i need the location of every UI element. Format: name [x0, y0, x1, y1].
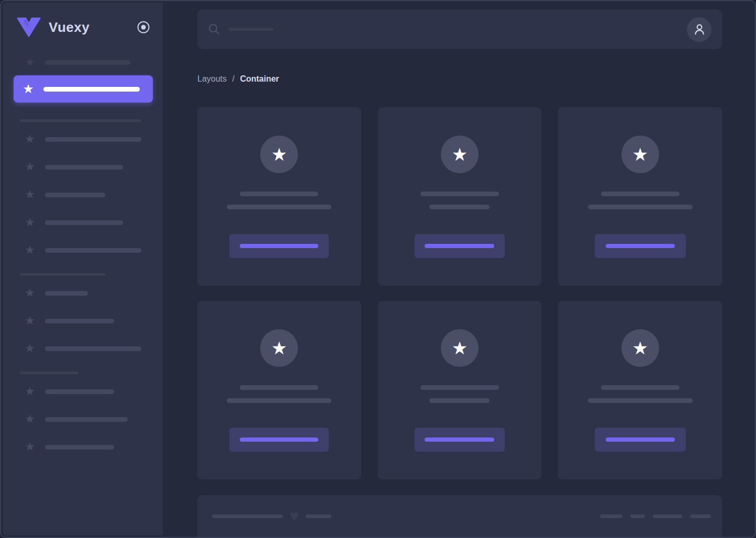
skeleton-title-bar	[601, 385, 680, 390]
footer-link-bar[interactable]	[630, 514, 645, 518]
feature-card: ★	[197, 107, 361, 286]
skeleton-text-bar	[45, 193, 105, 197]
card-action-button[interactable]	[229, 428, 329, 452]
star-icon: ★	[271, 339, 287, 357]
star-icon: ★	[452, 145, 468, 163]
star-icon: ★	[22, 83, 35, 95]
card-badge: ★	[441, 136, 479, 173]
skeleton-subtitle-bar	[588, 398, 693, 403]
sidebar-item[interactable]: ★	[24, 216, 151, 229]
button-label-bar	[606, 438, 675, 442]
star-icon: ★	[632, 339, 648, 357]
sidebar-section-divider	[20, 273, 105, 276]
card-grid: ★★★★★★	[197, 107, 722, 479]
star-icon: ★	[24, 244, 36, 256]
sidebar-item[interactable]: ★	[24, 133, 151, 145]
star-icon: ★	[24, 133, 36, 145]
footer-link-bar[interactable]	[653, 514, 682, 518]
sidebar-item-active[interactable]: ★	[14, 75, 153, 103]
button-label-bar	[240, 438, 318, 442]
breadcrumb-current: Container	[240, 74, 279, 83]
footer-skeleton-bar	[212, 514, 283, 518]
star-icon: ★	[24, 385, 36, 398]
sidebar-pin-toggle[interactable]	[137, 20, 150, 34]
skeleton-title-bar	[240, 385, 318, 390]
sidebar-item[interactable]: ★	[24, 385, 151, 398]
star-icon: ★	[24, 342, 36, 355]
sidebar-item[interactable]: ★	[24, 315, 151, 327]
breadcrumb-link-layouts[interactable]: Layouts	[197, 74, 227, 83]
sidebar-section-divider	[20, 119, 141, 122]
sidebar-item[interactable]: ★	[24, 342, 151, 355]
button-label-bar	[425, 438, 494, 442]
heart-icon: ♥	[290, 508, 299, 524]
card-badge: ★	[441, 329, 479, 367]
skeleton-title-bar	[240, 192, 318, 196]
skeleton-title-bar	[420, 385, 499, 390]
skeleton-text-bar	[45, 445, 114, 450]
sidebar-item[interactable]: ★	[24, 441, 151, 453]
sidebar-item[interactable]: ★	[24, 56, 151, 69]
card-action-button[interactable]	[415, 234, 505, 258]
star-icon: ★	[24, 441, 36, 453]
user-icon	[693, 23, 706, 36]
sidebar-item[interactable]: ★	[24, 413, 151, 425]
app-window: Vuexy ★★★★★★★★★★★★★	[0, 0, 756, 538]
sidebar-item[interactable]: ★	[24, 161, 151, 173]
skeleton-text-bar	[45, 137, 141, 142]
search-input[interactable]	[208, 9, 687, 49]
sidebar-header: Vuexy	[3, 3, 163, 37]
sidebar-item[interactable]: ★	[24, 287, 151, 299]
star-icon: ★	[452, 339, 468, 357]
star-icon: ★	[24, 56, 36, 69]
star-icon: ★	[271, 145, 287, 163]
skeleton-text-bar	[45, 389, 114, 394]
sidebar-item[interactable]: ★	[24, 188, 151, 201]
sidebar-section-divider	[20, 372, 79, 374]
footer-link-bar[interactable]	[690, 514, 711, 518]
feature-card: ★	[558, 301, 722, 479]
star-icon: ★	[24, 188, 36, 201]
search-placeholder-bar	[229, 28, 273, 31]
star-icon: ★	[24, 287, 36, 299]
skeleton-text-bar	[45, 220, 123, 225]
skeleton-text-bar	[45, 60, 130, 65]
star-icon: ★	[24, 315, 36, 327]
card-badge: ★	[621, 136, 659, 173]
brand-logo-icon[interactable]	[17, 17, 41, 37]
top-navbar	[197, 9, 722, 49]
main-content: Layouts / Container ★★★★★★ ♥	[163, 3, 753, 535]
skeleton-title-bar	[601, 192, 680, 196]
sidebar-nav: ★★★★★★★★★★★★★	[3, 56, 163, 453]
skeleton-text-bar	[45, 248, 141, 253]
button-label-bar	[606, 244, 675, 248]
feature-card: ★	[378, 301, 542, 479]
card-action-button[interactable]	[415, 428, 505, 452]
card-badge: ★	[260, 329, 298, 367]
skeleton-text-bar	[45, 319, 114, 323]
star-icon: ★	[24, 413, 36, 425]
skeleton-subtitle-bar	[227, 398, 331, 403]
skeleton-subtitle-bar	[227, 205, 331, 209]
button-label-bar	[240, 244, 318, 248]
footer-links-group	[600, 514, 711, 518]
card-action-button[interactable]	[595, 234, 686, 258]
search-icon	[208, 23, 220, 36]
skeleton-subtitle-bar	[588, 205, 693, 209]
feature-card: ★	[558, 107, 722, 286]
skeleton-title-bar	[420, 192, 499, 196]
user-avatar-button[interactable]	[687, 17, 711, 42]
card-action-button[interactable]	[229, 234, 329, 258]
card-badge: ★	[260, 136, 298, 173]
sidebar: Vuexy ★★★★★★★★★★★★★	[3, 3, 163, 535]
footer-skeleton-bar	[306, 514, 331, 518]
feature-card: ★	[197, 301, 361, 479]
skeleton-text-bar	[43, 87, 140, 92]
sidebar-item[interactable]: ★	[24, 244, 151, 256]
skeleton-subtitle-bar	[429, 205, 490, 209]
skeleton-text-bar	[45, 291, 88, 296]
card-action-button[interactable]	[595, 428, 686, 452]
footer-link-bar[interactable]	[600, 514, 622, 518]
skeleton-text-bar	[45, 417, 128, 422]
brand-name: Vuexy	[49, 19, 90, 36]
